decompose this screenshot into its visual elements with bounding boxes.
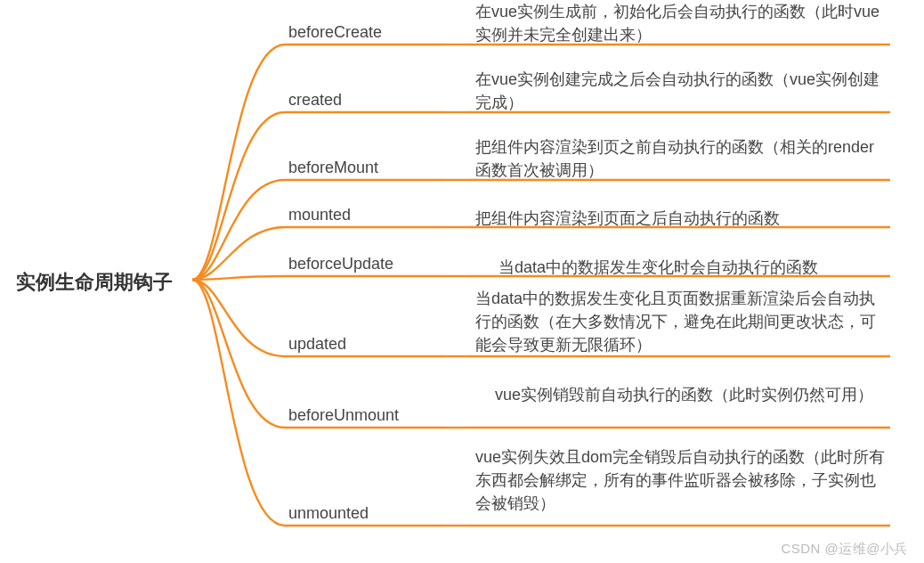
hook-beforecreate: beforeCreate	[288, 23, 382, 42]
hook-unmounted: unmounted	[288, 504, 369, 523]
root-title: 实例生命周期钩子	[16, 269, 173, 296]
hook-created: created	[288, 91, 342, 110]
desc-updated: 当data中的数据发生变化且页面数据重新渲染后会自动执行的函数（在大多数情况下，…	[472, 285, 890, 358]
hook-beforceupdate: beforceUpdate	[288, 255, 393, 273]
hook-beforemount: beforeMount	[288, 159, 378, 177]
desc-beforecreate: 在vue实例生成前，初始化后会自动执行的函数（此时vue实例并未完全创建出来）	[472, 0, 890, 48]
desc-unmounted: vue实例失效且dom完全销毁后自动执行的函数（此时所有东西都会解绑定，所有的事…	[472, 444, 890, 517]
desc-created: 在vue实例创建完成之后会自动执行的函数（vue实例创建完成）	[472, 66, 890, 116]
hook-updated: updated	[288, 335, 346, 354]
desc-beforemount: 把组件内容渲染到页之前自动执行的函数（相关的render函数首次被调用）	[472, 134, 890, 184]
desc-beforceupdate: 当data中的数据发生变化时会自动执行的函数	[495, 254, 890, 281]
watermark: CSDN @运维@小兵	[781, 541, 908, 558]
hook-beforeunmount: beforeUnmount	[288, 406, 399, 425]
hook-mounted: mounted	[288, 206, 351, 224]
desc-mounted: 把组件内容渲染到页面之后自动执行的函数	[472, 205, 890, 232]
desc-beforeunmount: vue实例销毁前自动执行的函数（此时实例仍然可用）	[491, 381, 890, 408]
